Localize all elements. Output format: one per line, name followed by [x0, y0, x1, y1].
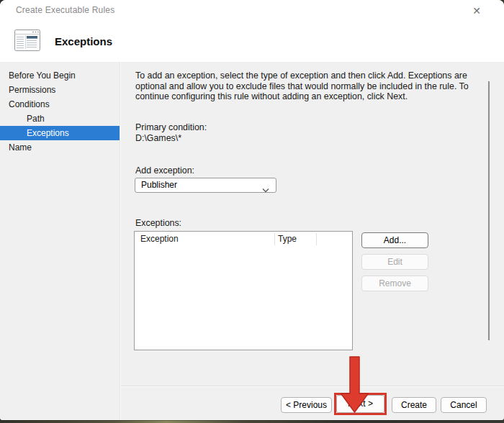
instructions-line: optional and allow you to exclude files …	[135, 81, 495, 92]
dialog-header: Create Executable Rules ✕ Exceptions	[0, 0, 504, 62]
footer-divider	[121, 386, 504, 387]
primary-condition-value: D:\Games\*	[135, 133, 207, 144]
sidebar-divider	[120, 62, 121, 420]
column-header-exception[interactable]: Exception	[140, 234, 179, 244]
create-button[interactable]: Create	[392, 397, 436, 413]
window-title: Create Executable Rules	[16, 5, 114, 15]
previous-button[interactable]: < Previous	[281, 397, 332, 413]
sidebar-item-before-you-begin[interactable]: Before You Begin	[0, 68, 120, 83]
column-separator[interactable]	[274, 233, 275, 245]
wizard-steps-nav: Before You Begin Permissions Conditions …	[0, 68, 120, 155]
exception-type-dropdown[interactable]: Publisher	[135, 178, 276, 193]
cancel-button[interactable]: Cancel	[441, 397, 487, 413]
next-button-highlight-box: Next >	[334, 393, 387, 415]
column-separator[interactable]	[316, 233, 317, 245]
exceptions-listview[interactable]: Exception Type	[134, 231, 353, 350]
exception-type-selected-value: Publisher	[141, 180, 177, 190]
listview-header: Exception Type	[135, 232, 352, 247]
wizard-page-icon	[14, 29, 40, 54]
close-icon[interactable]: ✕	[467, 2, 487, 19]
sidebar-item-exceptions[interactable]: Exceptions	[0, 126, 120, 140]
add-button[interactable]: Add...	[361, 232, 428, 248]
exceptions-list-label: Exceptions:	[135, 218, 181, 228]
sidebar-item-name[interactable]: Name	[0, 140, 120, 155]
instructions-line: To add an exception, select the type of …	[135, 70, 495, 81]
instructions-line: continue configuring this rule without a…	[135, 91, 495, 102]
column-header-type[interactable]: Type	[278, 234, 297, 244]
remove-button: Remove	[361, 276, 428, 291]
page-title: Exceptions	[55, 35, 112, 47]
sidebar-item-permissions[interactable]: Permissions	[0, 83, 120, 97]
sidebar-item-path[interactable]: Path	[0, 112, 120, 126]
chevron-down-icon	[262, 183, 269, 188]
sidebar-item-conditions[interactable]: Conditions	[0, 97, 120, 112]
edit-button: Edit	[361, 254, 428, 270]
next-button[interactable]: Next >	[336, 395, 384, 413]
add-exception-label: Add exception:	[135, 165, 194, 176]
primary-condition-label: Primary condition:	[135, 122, 207, 133]
primary-condition: Primary condition: D:\Games\*	[135, 122, 207, 144]
vertical-scrollbar[interactable]	[488, 81, 490, 340]
instructions-text: To add an exception, select the type of …	[135, 70, 495, 102]
create-executable-rules-dialog: Create Executable Rules ✕ Exceptions	[0, 0, 504, 420]
